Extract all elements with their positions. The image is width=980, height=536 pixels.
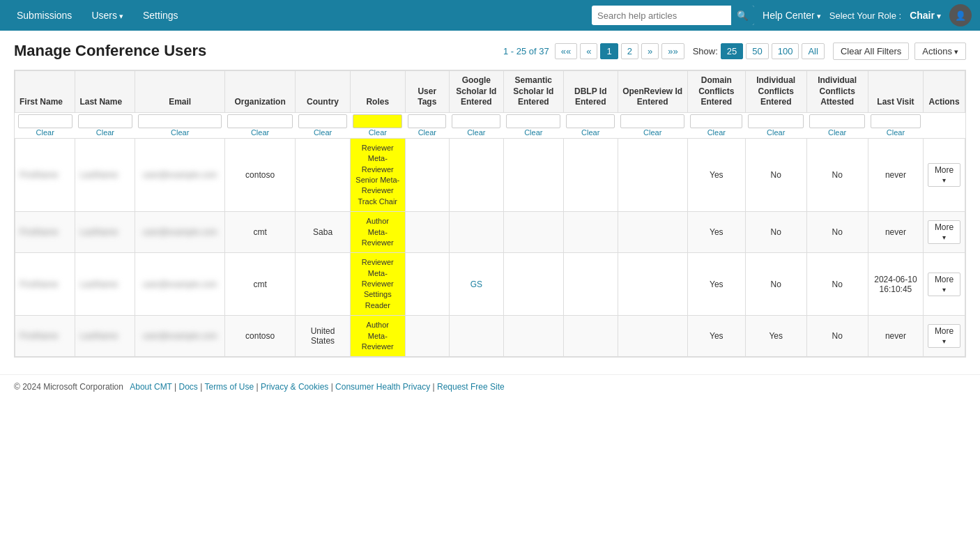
cell-ind-conflicts: Yes [745, 316, 806, 357]
gs-link[interactable]: GS [470, 280, 482, 289]
filter-row: Clear Clear Clear Clear [15, 112, 965, 138]
cell-first-name: FirstName [15, 138, 75, 211]
cell-ind-attested: No [806, 138, 868, 211]
show-50-button[interactable]: 50 [746, 43, 768, 59]
clear-ss[interactable]: Clear [506, 128, 560, 137]
more-button[interactable]: More [928, 163, 960, 187]
clear-dblp[interactable]: Clear [566, 128, 615, 137]
filter-last-visit[interactable] [871, 114, 920, 128]
footer-about-cmt[interactable]: About CMT [130, 382, 171, 392]
footer-terms[interactable]: Terms of Use [204, 382, 254, 392]
filter-gs[interactable] [452, 114, 500, 128]
clear-domain-conflicts[interactable]: Clear [690, 128, 742, 137]
filter-dblp[interactable] [566, 114, 615, 128]
cell-last-name: LastName [75, 316, 135, 357]
footer-privacy[interactable]: Privacy & Cookies [261, 382, 328, 392]
table-row: FirstNameLastNameuser@example.comcmtRevi… [15, 253, 965, 316]
last-page-button[interactable]: »» [661, 43, 684, 59]
clear-roles[interactable]: Clear [353, 128, 402, 137]
clear-user-tags[interactable]: Clear [408, 128, 446, 137]
clear-ind-conflicts[interactable]: Clear [748, 128, 804, 137]
nav-left: Submissions Users Settings [8, 4, 187, 26]
filter-ss-cell: Clear [503, 112, 563, 138]
clear-gs[interactable]: Clear [452, 128, 500, 137]
clear-country[interactable]: Clear [298, 128, 348, 137]
filter-first-name-cell: Clear [15, 112, 75, 138]
clear-email[interactable]: Clear [138, 128, 222, 137]
nav-submissions[interactable]: Submissions [8, 4, 80, 26]
cell-user-tags [405, 316, 449, 357]
filter-ind-attested[interactable] [809, 114, 865, 128]
filter-email[interactable] [138, 114, 222, 128]
first-page-button[interactable]: «« [555, 43, 577, 59]
col-organization: Organization [224, 71, 295, 113]
col-last-name: Last Name [75, 71, 135, 113]
filter-ss[interactable] [506, 114, 560, 128]
more-button[interactable]: More [928, 324, 960, 348]
filter-first-name[interactable] [18, 114, 72, 128]
show-all-button[interactable]: All [802, 43, 824, 59]
filter-domain-conflicts[interactable] [690, 114, 742, 128]
table-row: FirstNameLastNameuser@example.comcontoso… [15, 316, 965, 357]
page-1-button[interactable]: 1 [600, 43, 618, 59]
table-header-row: First Name Last Name Email Organization … [15, 71, 965, 113]
more-button[interactable]: More [928, 273, 960, 296]
cell-dblp [563, 253, 618, 316]
cell-email: user@example.com [135, 138, 225, 211]
filter-or[interactable] [620, 114, 684, 128]
cell-first-name: FirstName [15, 316, 75, 357]
cell-last-visit: 2024-06-10 16:10:45 [868, 253, 923, 316]
role-selector[interactable]: Chair [910, 10, 941, 21]
filter-org[interactable] [227, 114, 292, 128]
clear-last-name[interactable]: Clear [78, 128, 132, 137]
filter-ind-conflicts[interactable] [748, 114, 804, 128]
actions-button[interactable]: Actions [914, 43, 966, 60]
cell-ind-conflicts: No [745, 212, 806, 253]
cell-or [618, 138, 687, 211]
footer-docs[interactable]: Docs [179, 382, 198, 392]
cell-roles: Author Meta-Reviewer [350, 212, 405, 253]
cell-ind-conflicts: No [745, 253, 806, 316]
cell-last-name: LastName [75, 138, 135, 211]
prev-page-button[interactable]: « [580, 43, 597, 59]
cell-domain-conflicts: Yes [687, 138, 745, 211]
nav-settings[interactable]: Settings [135, 4, 187, 26]
col-actions: Actions [924, 71, 965, 113]
filter-last-name[interactable] [78, 114, 132, 128]
cell-domain-conflicts: Yes [687, 316, 745, 357]
cell-country: United States [296, 316, 351, 357]
filter-user-tags[interactable] [408, 114, 446, 128]
cell-first-name: FirstName [15, 253, 75, 316]
cell-or [618, 316, 687, 357]
show-100-button[interactable]: 100 [772, 43, 799, 59]
filter-last-visit-cell: Clear [868, 112, 923, 138]
cell-user-tags [405, 212, 449, 253]
cell-last-visit: never [868, 138, 923, 211]
help-center-link[interactable]: Help Center [763, 10, 821, 21]
cell-ss [503, 253, 563, 316]
show-25-button[interactable]: 25 [721, 43, 743, 59]
clear-all-filters-button[interactable]: Clear All Filters [833, 43, 909, 60]
clear-ind-attested[interactable]: Clear [809, 128, 865, 137]
page-2-button[interactable]: 2 [621, 43, 638, 59]
footer-request-free-site[interactable]: Request Free Site [437, 382, 505, 392]
user-avatar[interactable]: 👤 [949, 4, 972, 26]
filter-actions-cell [924, 112, 965, 138]
clear-or[interactable]: Clear [620, 128, 684, 137]
filter-country[interactable] [298, 114, 348, 128]
clear-org[interactable]: Clear [227, 128, 292, 137]
next-page-button[interactable]: » [641, 43, 659, 59]
role-label: Select Your Role : [829, 10, 901, 21]
clear-last-visit[interactable]: Clear [871, 128, 920, 137]
more-button[interactable]: More [928, 220, 960, 244]
cell-first-name: FirstName [15, 212, 75, 253]
filter-roles[interactable] [353, 114, 402, 128]
clear-first-name[interactable]: Clear [18, 128, 72, 137]
cell-org: contoso [224, 316, 295, 357]
filter-country-cell: Clear [296, 112, 351, 138]
filter-or-cell: Clear [618, 112, 687, 138]
footer-consumer-health[interactable]: Consumer Health Privacy [335, 382, 430, 392]
search-button[interactable]: 🔍 [731, 6, 754, 25]
search-input[interactable] [592, 8, 731, 24]
nav-users[interactable]: Users [83, 4, 132, 26]
